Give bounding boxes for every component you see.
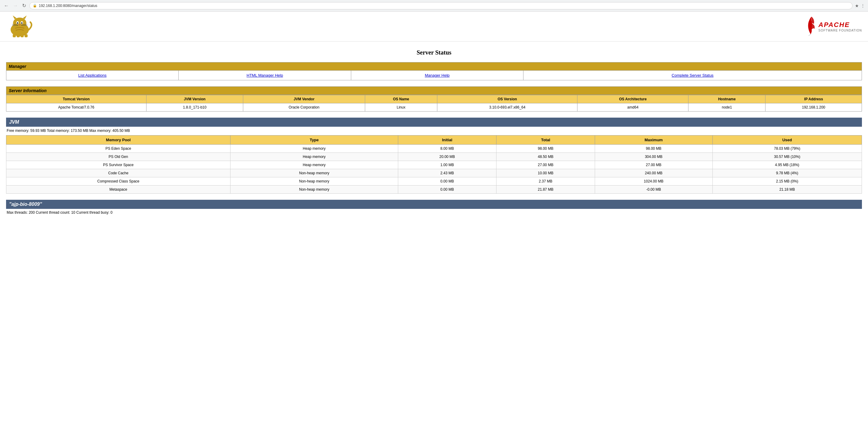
memory-cell-4-0: Compressed Class Space [6,177,230,186]
ajp-section: "ajp-bio-8009" Max threads: 200 Current … [6,200,862,216]
memory-cell-3-4: 240.00 MB [595,169,712,177]
html-manager-help-link[interactable]: HTML Manager Help [247,73,283,77]
svg-rect-15 [21,34,24,37]
memory-row-0: PS Eden SpaceHeap memory8.00 MB98.00 MB9… [6,144,862,153]
memory-cell-2-1: Heap memory [230,161,398,169]
memory-cell-3-0: Code Cache [6,169,230,177]
memory-cell-2-5: 4.95 MB (18%) [712,161,862,169]
jvm-section: JVM Free memory: 59.93 MB Total memory: … [6,118,862,194]
complete-server-status-link[interactable]: Complete Server Status [672,73,714,77]
manager-section-header: Manager [6,62,862,71]
manager-link-cell-3: Complete Server Status [524,71,862,80]
back-button[interactable]: ← [3,3,10,8]
main-content: Server Status Manager List Applications … [0,41,868,219]
memory-cell-0-4: 98.00 MB [595,144,712,153]
svg-rect-16 [25,34,28,37]
server-info-section: Server Information Tomcat Version JVM Ve… [6,87,862,111]
server-info-table: Tomcat Version JVM Version JVM Vendor OS… [6,95,862,111]
memory-cell-4-5: 2.15 MB (0%) [712,177,862,186]
svg-rect-13 [13,34,16,37]
cell-jvm-vendor: Oracle Corporation [243,103,365,111]
memory-cell-3-1: Non-heap memory [230,169,398,177]
memory-cell-0-3: 98.00 MB [496,144,595,153]
memory-cell-2-4: 27.00 MB [595,161,712,169]
tomcat-logo [6,14,33,38]
cell-os-name: Linux [365,103,437,111]
memory-cell-2-2: 1.00 MB [398,161,496,169]
col-os-name: OS Name [365,95,437,103]
memory-cell-3-5: 9.78 MB (4%) [712,169,862,177]
address-bar[interactable]: 🔒 192.168.1.200:8080/manager/status [29,2,852,9]
cell-os-arch: amd64 [578,103,688,111]
memory-cell-1-3: 48.50 MB [496,153,595,161]
page-content: APACHE SOFTWARE FOUNDATION Server Status… [0,11,868,219]
memory-cell-4-3: 2.37 MB [496,177,595,186]
ajp-header: "ajp-bio-8009" [6,200,862,209]
page-header: APACHE SOFTWARE FOUNDATION [0,11,868,41]
col-os-version: OS Version [437,95,578,103]
mem-col-total: Total [496,135,595,144]
list-applications-link[interactable]: List Applications [78,73,106,77]
cell-os-version: 3.10.0-693.el7.x86_64 [437,103,578,111]
memory-row-2: PS Survivor SpaceHeap memory1.00 MB27.00… [6,161,862,169]
memory-cell-4-2: 0.00 MB [398,177,496,186]
svg-point-8 [19,25,20,26]
cell-jvm-version: 1.8.0_171-b10 [146,103,243,111]
memory-cell-4-4: 1024.00 MB [595,177,712,186]
cell-ip-address: 192.168.1.200 [766,103,862,111]
ajp-info: Max threads: 200 Current thread count: 1… [6,209,862,216]
browser-chrome: ← → ↻ 🔒 192.168.1.200:8080/manager/statu… [0,0,868,11]
memory-cell-1-5: 30.57 MB (10%) [712,153,862,161]
reload-button[interactable]: ↻ [21,3,27,8]
memory-cell-1-2: 20.00 MB [398,153,496,161]
memory-cell-5-2: 0.00 MB [398,186,496,194]
apache-feather-icon [806,16,816,37]
memory-cell-4-1: Non-heap memory [230,177,398,186]
mem-col-pool: Memory Pool [6,135,230,144]
memory-cell-5-0: Metaspace [6,186,230,194]
jvm-memory-summary: Free memory: 59.93 MB Total memory: 173.… [6,127,862,135]
memory-cell-3-2: 2.43 MB [398,169,496,177]
memory-cell-2-3: 27.00 MB [496,161,595,169]
cell-hostname: node1 [688,103,766,111]
memory-cell-1-0: PS Old Gen [6,153,230,161]
apache-logo: APACHE SOFTWARE FOUNDATION [806,16,862,37]
col-jvm-vendor: JVM Vendor [243,95,365,103]
memory-row-5: MetaspaceNon-heap memory0.00 MB21.87 MB-… [6,186,862,194]
memory-cell-5-5: 21.18 MB [712,186,862,194]
forward-button[interactable]: → [12,3,19,8]
memory-cell-0-1: Heap memory [230,144,398,153]
cell-tomcat-version: Apache Tomcat/7.0.76 [6,103,147,111]
page-title: Server Status [6,49,862,56]
col-ip-address: IP Address [766,95,862,103]
memory-cell-0-0: PS Eden Space [6,144,230,153]
menu-button[interactable]: ⋮ [861,3,865,8]
mem-col-initial: Initial [398,135,496,144]
col-tomcat-version: Tomcat Version [6,95,147,103]
memory-cell-3-3: 10.00 MB [496,169,595,177]
memory-pool-table: Memory Pool Type Initial Total Maximum U… [6,135,862,194]
apache-title: APACHE [818,21,862,29]
mem-col-maximum: Maximum [595,135,712,144]
memory-cell-2-0: PS Survivor Space [6,161,230,169]
memory-cell-1-1: Heap memory [230,153,398,161]
memory-cell-1-4: 304.00 MB [595,153,712,161]
svg-point-1 [13,18,26,29]
memory-cell-5-1: Non-heap memory [230,186,398,194]
col-os-arch: OS Architecture [578,95,688,103]
bookmark-star-button[interactable]: ★ [855,3,859,8]
server-info-header: Server Information [6,87,862,95]
svg-point-7 [21,22,23,24]
manager-help-link[interactable]: Manager Help [425,73,450,77]
memory-row-1: PS Old GenHeap memory20.00 MB48.50 MB304… [6,153,862,161]
col-jvm-version: JVM Version [146,95,243,103]
jvm-header: JVM [6,118,862,127]
manager-link-cell-1: HTML Manager Help [179,71,351,80]
manager-link-cell-2: Manager Help [351,71,524,80]
svg-rect-14 [17,34,20,37]
manager-section: Manager List Applications HTML Manager H… [6,62,862,80]
memory-cell-0-2: 8.00 MB [398,144,496,153]
url-text: 192.168.1.200:8080/manager/status [39,4,97,8]
memory-cell-5-4: -0.00 MB [595,186,712,194]
memory-row-3: Code CacheNon-heap memory2.43 MB10.00 MB… [6,169,862,177]
